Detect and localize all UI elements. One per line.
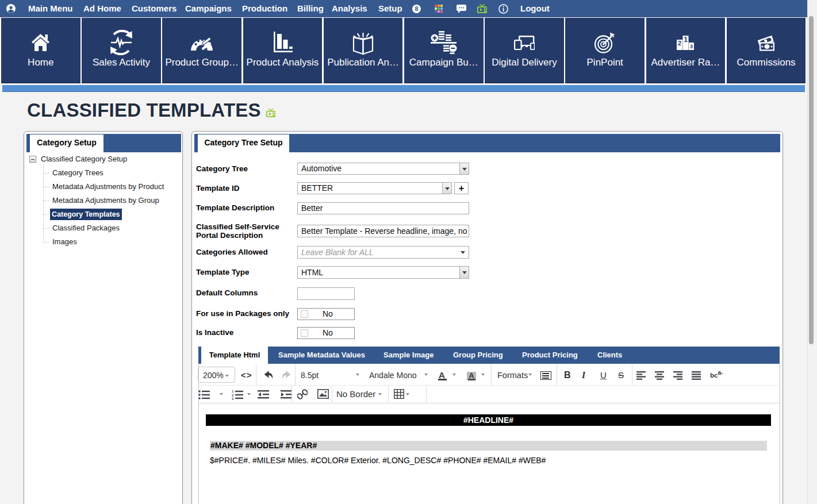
- svg-text:2: 2: [232, 394, 234, 397]
- svg-text:2: 2: [678, 40, 681, 47]
- svg-text:3: 3: [690, 43, 693, 49]
- svg-text:1: 1: [232, 390, 234, 393]
- svg-text:1: 1: [684, 36, 688, 44]
- svg-text:3: 3: [232, 397, 234, 400]
